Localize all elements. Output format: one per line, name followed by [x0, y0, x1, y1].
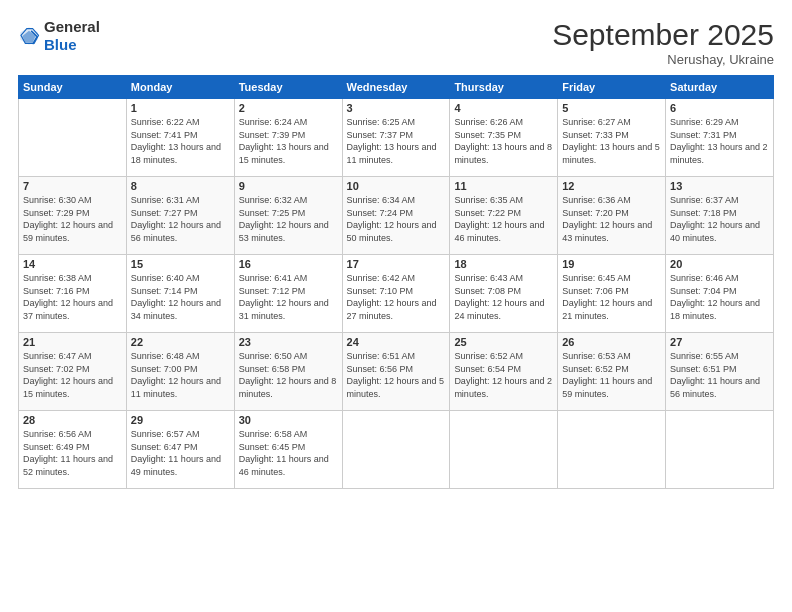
title-block: September 2025 Nerushay, Ukraine: [552, 18, 774, 67]
day-number: 4: [454, 102, 553, 114]
day-number: 10: [347, 180, 446, 192]
day-number: 18: [454, 258, 553, 270]
day-info: Sunrise: 6:37 AMSunset: 7:18 PMDaylight:…: [670, 194, 769, 244]
day-cell: 10Sunrise: 6:34 AMSunset: 7:24 PMDayligh…: [342, 177, 450, 255]
day-info: Sunrise: 6:46 AMSunset: 7:04 PMDaylight:…: [670, 272, 769, 322]
logo-general: General: [44, 18, 100, 35]
day-number: 16: [239, 258, 338, 270]
week-row-4: 21Sunrise: 6:47 AMSunset: 7:02 PMDayligh…: [19, 333, 774, 411]
day-cell: 7Sunrise: 6:30 AMSunset: 7:29 PMDaylight…: [19, 177, 127, 255]
day-info: Sunrise: 6:26 AMSunset: 7:35 PMDaylight:…: [454, 116, 553, 166]
day-cell: 20Sunrise: 6:46 AMSunset: 7:04 PMDayligh…: [666, 255, 774, 333]
day-number: 13: [670, 180, 769, 192]
day-cell: 8Sunrise: 6:31 AMSunset: 7:27 PMDaylight…: [126, 177, 234, 255]
day-cell: 30Sunrise: 6:58 AMSunset: 6:45 PMDayligh…: [234, 411, 342, 489]
day-info: Sunrise: 6:56 AMSunset: 6:49 PMDaylight:…: [23, 428, 122, 478]
day-cell: 6Sunrise: 6:29 AMSunset: 7:31 PMDaylight…: [666, 99, 774, 177]
day-info: Sunrise: 6:38 AMSunset: 7:16 PMDaylight:…: [23, 272, 122, 322]
day-info: Sunrise: 6:45 AMSunset: 7:06 PMDaylight:…: [562, 272, 661, 322]
header-thursday: Thursday: [450, 76, 558, 99]
day-info: Sunrise: 6:48 AMSunset: 7:00 PMDaylight:…: [131, 350, 230, 400]
day-number: 12: [562, 180, 661, 192]
day-number: 9: [239, 180, 338, 192]
day-info: Sunrise: 6:35 AMSunset: 7:22 PMDaylight:…: [454, 194, 553, 244]
day-info: Sunrise: 6:43 AMSunset: 7:08 PMDaylight:…: [454, 272, 553, 322]
day-number: 7: [23, 180, 122, 192]
day-cell: 26Sunrise: 6:53 AMSunset: 6:52 PMDayligh…: [558, 333, 666, 411]
day-info: Sunrise: 6:32 AMSunset: 7:25 PMDaylight:…: [239, 194, 338, 244]
day-number: 30: [239, 414, 338, 426]
day-info: Sunrise: 6:27 AMSunset: 7:33 PMDaylight:…: [562, 116, 661, 166]
day-cell: 13Sunrise: 6:37 AMSunset: 7:18 PMDayligh…: [666, 177, 774, 255]
day-number: 3: [347, 102, 446, 114]
day-number: 27: [670, 336, 769, 348]
day-info: Sunrise: 6:58 AMSunset: 6:45 PMDaylight:…: [239, 428, 338, 478]
day-cell: 27Sunrise: 6:55 AMSunset: 6:51 PMDayligh…: [666, 333, 774, 411]
day-cell: 2Sunrise: 6:24 AMSunset: 7:39 PMDaylight…: [234, 99, 342, 177]
day-cell: 1Sunrise: 6:22 AMSunset: 7:41 PMDaylight…: [126, 99, 234, 177]
day-info: Sunrise: 6:31 AMSunset: 7:27 PMDaylight:…: [131, 194, 230, 244]
day-cell: 22Sunrise: 6:48 AMSunset: 7:00 PMDayligh…: [126, 333, 234, 411]
day-cell: 12Sunrise: 6:36 AMSunset: 7:20 PMDayligh…: [558, 177, 666, 255]
day-number: 28: [23, 414, 122, 426]
day-cell: 9Sunrise: 6:32 AMSunset: 7:25 PMDaylight…: [234, 177, 342, 255]
day-info: Sunrise: 6:47 AMSunset: 7:02 PMDaylight:…: [23, 350, 122, 400]
day-number: 22: [131, 336, 230, 348]
calendar-table: SundayMondayTuesdayWednesdayThursdayFrid…: [18, 75, 774, 489]
week-row-1: 1Sunrise: 6:22 AMSunset: 7:41 PMDaylight…: [19, 99, 774, 177]
day-cell: 5Sunrise: 6:27 AMSunset: 7:33 PMDaylight…: [558, 99, 666, 177]
day-info: Sunrise: 6:22 AMSunset: 7:41 PMDaylight:…: [131, 116, 230, 166]
day-number: 17: [347, 258, 446, 270]
day-info: Sunrise: 6:57 AMSunset: 6:47 PMDaylight:…: [131, 428, 230, 478]
day-number: 11: [454, 180, 553, 192]
day-number: 1: [131, 102, 230, 114]
header-wednesday: Wednesday: [342, 76, 450, 99]
day-number: 29: [131, 414, 230, 426]
day-info: Sunrise: 6:50 AMSunset: 6:58 PMDaylight:…: [239, 350, 338, 400]
day-info: Sunrise: 6:34 AMSunset: 7:24 PMDaylight:…: [347, 194, 446, 244]
day-number: 6: [670, 102, 769, 114]
day-number: 15: [131, 258, 230, 270]
header-tuesday: Tuesday: [234, 76, 342, 99]
day-number: 25: [454, 336, 553, 348]
day-number: 5: [562, 102, 661, 114]
day-info: Sunrise: 6:30 AMSunset: 7:29 PMDaylight:…: [23, 194, 122, 244]
week-row-5: 28Sunrise: 6:56 AMSunset: 6:49 PMDayligh…: [19, 411, 774, 489]
day-info: Sunrise: 6:36 AMSunset: 7:20 PMDaylight:…: [562, 194, 661, 244]
day-info: Sunrise: 6:52 AMSunset: 6:54 PMDaylight:…: [454, 350, 553, 400]
logo-blue: Blue: [44, 36, 77, 53]
month-title: September 2025: [552, 18, 774, 52]
day-number: 19: [562, 258, 661, 270]
day-cell: 15Sunrise: 6:40 AMSunset: 7:14 PMDayligh…: [126, 255, 234, 333]
day-info: Sunrise: 6:40 AMSunset: 7:14 PMDaylight:…: [131, 272, 230, 322]
day-info: Sunrise: 6:24 AMSunset: 7:39 PMDaylight:…: [239, 116, 338, 166]
logo: General Blue: [18, 18, 100, 54]
day-cell: 11Sunrise: 6:35 AMSunset: 7:22 PMDayligh…: [450, 177, 558, 255]
day-info: Sunrise: 6:53 AMSunset: 6:52 PMDaylight:…: [562, 350, 661, 400]
location-subtitle: Nerushay, Ukraine: [552, 52, 774, 67]
day-cell: [666, 411, 774, 489]
day-cell: [558, 411, 666, 489]
day-info: Sunrise: 6:41 AMSunset: 7:12 PMDaylight:…: [239, 272, 338, 322]
day-info: Sunrise: 6:55 AMSunset: 6:51 PMDaylight:…: [670, 350, 769, 400]
day-number: 26: [562, 336, 661, 348]
day-number: 21: [23, 336, 122, 348]
day-cell: 3Sunrise: 6:25 AMSunset: 7:37 PMDaylight…: [342, 99, 450, 177]
day-cell: 16Sunrise: 6:41 AMSunset: 7:12 PMDayligh…: [234, 255, 342, 333]
day-cell: 18Sunrise: 6:43 AMSunset: 7:08 PMDayligh…: [450, 255, 558, 333]
day-cell: 24Sunrise: 6:51 AMSunset: 6:56 PMDayligh…: [342, 333, 450, 411]
day-cell: 28Sunrise: 6:56 AMSunset: 6:49 PMDayligh…: [19, 411, 127, 489]
day-info: Sunrise: 6:25 AMSunset: 7:37 PMDaylight:…: [347, 116, 446, 166]
logo-text: General Blue: [44, 18, 100, 54]
day-cell: 23Sunrise: 6:50 AMSunset: 6:58 PMDayligh…: [234, 333, 342, 411]
day-cell: 14Sunrise: 6:38 AMSunset: 7:16 PMDayligh…: [19, 255, 127, 333]
day-number: 20: [670, 258, 769, 270]
header-sunday: Sunday: [19, 76, 127, 99]
day-info: Sunrise: 6:51 AMSunset: 6:56 PMDaylight:…: [347, 350, 446, 400]
day-cell: 4Sunrise: 6:26 AMSunset: 7:35 PMDaylight…: [450, 99, 558, 177]
day-number: 23: [239, 336, 338, 348]
day-cell: [19, 99, 127, 177]
page: General Blue September 2025 Nerushay, Uk…: [0, 0, 792, 612]
day-cell: 17Sunrise: 6:42 AMSunset: 7:10 PMDayligh…: [342, 255, 450, 333]
header-friday: Friday: [558, 76, 666, 99]
